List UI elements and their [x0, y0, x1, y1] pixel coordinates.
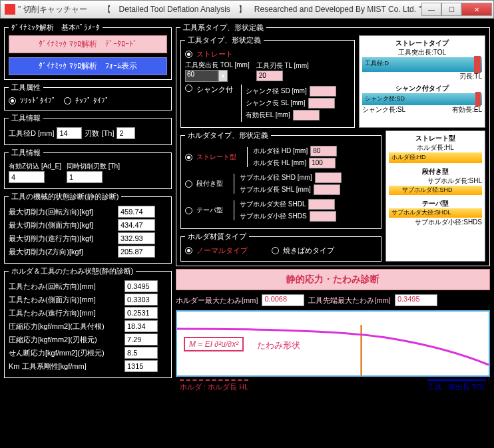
defl-label-3: 圧縮応力[kgf/mm2](工具付根): [9, 322, 122, 332]
tool-system-legend: 工具系タイプ、形状定義: [180, 23, 266, 33]
force-value-3[interactable]: [118, 246, 155, 258]
defl-label-1: 工具たわみ(側面方向)[mm]: [9, 295, 122, 305]
el-label: 有効長EL [mm]: [246, 111, 290, 120]
defl-label-2: 工具たわみ(進行方向)[mm]: [9, 308, 122, 318]
diag-tol-label: 工具突出長:TOL: [362, 48, 482, 57]
holder-taper-radio[interactable]: [185, 207, 192, 214]
defl-value-5[interactable]: [124, 347, 158, 359]
flutes-label: 刃数 [Th]: [85, 128, 114, 138]
force-label-1: 最大切削力(側面方向)[kgf]: [9, 220, 115, 230]
titlebar: " 切削キャッチャー 【 Detailed Tool Deflation Ana…: [0, 0, 494, 19]
force-value-2[interactable]: [118, 232, 155, 244]
static-analysis-button[interactable]: 静的応力・たわみ診断: [176, 269, 490, 290]
form-show-button[interactable]: ﾀﾞｲﾅﾐｯｸ ﾏｸﾛ解析 ﾌｫｰﾑ表示: [9, 57, 167, 75]
shd-label: サブホルダ径 SHD [mm]: [240, 173, 312, 182]
window-buttons: — ☐ ✕: [421, 3, 492, 16]
tool-diameter-input[interactable]: [57, 127, 82, 139]
tl-input[interactable]: 20: [256, 71, 283, 81]
effective-z-label: 有効Z切込 [Ad_E]: [9, 162, 61, 171]
dynamic-params-group: ﾀﾞｲﾅﾐｯｸ解析 基本ﾊﾟﾗﾒｰﾀ ﾀﾞｲﾅﾐｯｸ ﾏｸﾛ解析 ﾃﾞｰﾀﾛｰﾄ…: [4, 23, 172, 80]
holder-step-radio[interactable]: [185, 180, 192, 188]
defl-value-4[interactable]: [124, 334, 158, 345]
solid-type-radio[interactable]: [9, 97, 16, 105]
holder-diagram: ストレート型 ホルダ長:HL ホルダ径:HD 段付き型 サブホルダ長:SHL サ…: [385, 130, 485, 262]
window-title: " 切削キャッチャー 【 Detailed Tool Deflation Ana…: [18, 4, 421, 15]
tool-info-1-group: 工具情報 工具径D [mm] 刃数 [Th]: [4, 113, 172, 145]
minimize-button[interactable]: —: [421, 3, 441, 16]
diag-bar-straight: 工具径:D: [362, 57, 482, 72]
holder-taper-label: テーパ型: [196, 206, 223, 215]
force-label-2: 最大切削力(進行方向)[kgf]: [9, 234, 115, 244]
diag-straight-title: ストレートタイプ: [362, 39, 482, 48]
holder-max-defl-label: ホルダー最大たわみ[mm]: [176, 296, 258, 306]
defl-label-5: せん断応力[kgf/mm2](刃根元): [9, 348, 122, 358]
tool-info-2-group: 工具情報 有効Z切込 [Ad_E] 同時切削刃数 [Th]: [4, 148, 172, 189]
tool-system-group: 工具系タイプ、形状定義 工具タイプ、形状定義 ストレート 工具突出長 TOL […: [176, 23, 490, 266]
close-button[interactable]: ✕: [461, 3, 492, 16]
shrink-fit-radio[interactable]: [272, 247, 279, 254]
deflection-state-group: ホルダ＆工具のたわみ状態(静的診断) 工具たわみ(回転方向)[mm]工具たわみ(…: [4, 266, 172, 378]
holder-max-defl-value: 0.0068: [262, 294, 304, 306]
hd-label: ホルダ径 HD [mm]: [253, 146, 308, 156]
hd-input[interactable]: 80: [310, 146, 337, 156]
defl-value-6[interactable]: [124, 360, 158, 372]
solid-type-label: ｿﾘｯﾄﾞﾀｲﾌﾟ: [20, 97, 56, 105]
tol-select[interactable]: 60: [185, 70, 218, 82]
simul-cut-input[interactable]: [67, 171, 103, 183]
hl-label: ホルダ長 HL [mm]: [253, 158, 306, 168]
tool-attribute-legend: 工具属性: [9, 83, 43, 93]
shdl-label: サブホルダ大径 SHDL: [240, 200, 306, 209]
hl-input[interactable]: 100: [309, 158, 336, 168]
straight-radio[interactable]: [185, 51, 192, 58]
mech-state-group: 工具の機械的状態診断(静的診断) 最大切削力(回転方向)[kgf]最大切削力(側…: [4, 192, 172, 264]
defl-label-0: 工具たわみ(回転方向)[mm]: [9, 282, 122, 292]
shds-label: サブホルダ小径 SHDS: [240, 212, 307, 221]
holder-step-label: 段付き型: [196, 179, 223, 188]
diag-bar-shank: シャンク径:SD: [362, 93, 482, 105]
shank-label: シャンク付: [196, 85, 233, 95]
holder-shape-legend: ホルダタイプ、形状定義: [185, 130, 271, 140]
mech-state-legend: 工具の機械的状態診断(静的診断): [9, 192, 121, 202]
force-label-3: 最大切削力(Z方向)[kgf]: [9, 247, 115, 257]
maximize-button[interactable]: ☐: [441, 3, 461, 16]
shl-label: サブホルダ長 SHL [mm]: [240, 185, 311, 194]
force-label-0: 最大切削力(回転方向)[kgf]: [9, 207, 115, 217]
holder-material-legend: ホルダ材質タイプ: [185, 232, 249, 242]
sl-label: シャンク長 SL [mm]: [246, 99, 306, 108]
shank-radio[interactable]: [185, 85, 192, 92]
sl-input[interactable]: [308, 98, 335, 109]
tl-label: 工具刃長 TL [mm]: [256, 61, 309, 71]
shl-input[interactable]: [314, 184, 340, 195]
defl-value-2[interactable]: [124, 307, 158, 319]
holder-material-group: ホルダ材質タイプ ノーマルタイプ 焼きばめタイプ: [180, 232, 381, 262]
normal-type-radio[interactable]: [185, 247, 192, 254]
shds-input[interactable]: [310, 211, 336, 222]
data-load-button[interactable]: ﾀﾞｲﾅﾐｯｸ ﾏｸﾛ解析 ﾃﾞｰﾀﾛｰﾄﾞ: [9, 35, 167, 53]
diag-shank-title: シャンク付タイプ: [362, 84, 482, 93]
deflection-graph: M = EI ∂²u/∂x² たわみ形状: [176, 310, 490, 377]
tool-info-1-legend: 工具情報: [9, 113, 43, 123]
shdl-input[interactable]: [308, 199, 335, 210]
force-value-1[interactable]: [118, 219, 155, 231]
defl-value-1[interactable]: [124, 294, 158, 306]
force-value-0[interactable]: [118, 206, 155, 218]
shd-input[interactable]: [315, 172, 342, 183]
diag-tl-label: 刃長:TL: [362, 72, 482, 81]
tool-diagram: ストレートタイプ 工具突出長:TOL 工具径:D 刃長:TL シャンク付タイプ …: [359, 35, 485, 128]
tol-dropdown-icon[interactable]: ▼: [218, 70, 228, 82]
el-input[interactable]: [293, 110, 320, 120]
effective-z-input[interactable]: [9, 171, 45, 183]
results-row: ホルダー最大たわみ[mm] 0.0068 工具先端最大たわみ[mm] 0.349…: [176, 293, 490, 308]
defl-value-0[interactable]: [124, 280, 158, 292]
flutes-input[interactable]: [117, 127, 135, 139]
chip-type-radio[interactable]: [64, 97, 71, 105]
sd-input[interactable]: [310, 86, 336, 97]
sd-label: シャンク径 SD [mm]: [246, 87, 307, 96]
shrink-fit-label: 焼きばめタイプ: [283, 246, 334, 256]
holder-straight-radio[interactable]: [185, 154, 192, 161]
graph-footer: ホルダ : ホルダ長 HL 工具 : 突出長 TOL: [176, 379, 490, 392]
dynamic-params-legend: ﾀﾞｲﾅﾐｯｸ解析 基本ﾊﾟﾗﾒｰﾀ: [9, 23, 103, 33]
defl-value-3[interactable]: [124, 320, 158, 332]
tool-shape-legend: 工具タイプ、形状定義: [185, 35, 264, 45]
normal-type-label: ノーマルタイプ: [196, 246, 248, 256]
